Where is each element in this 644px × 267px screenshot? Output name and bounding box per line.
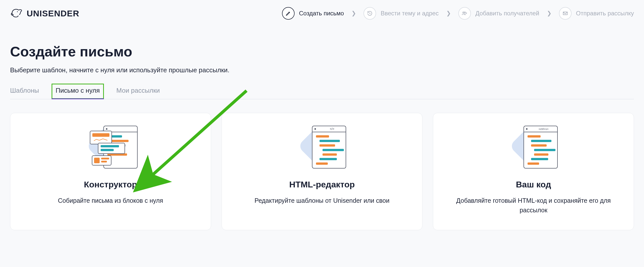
tab-templates[interactable]: Шаблоны — [10, 87, 39, 99]
tab-my-campaigns[interactable]: Мои рассылки — [116, 87, 160, 99]
step-add-recipients[interactable]: Добавить получателей — [458, 7, 539, 20]
chevron-right-icon: ❯ — [446, 10, 451, 17]
your-code-illustration: <ctrl+v> — [508, 123, 559, 171]
step-label: Ввести тему и адрес — [381, 10, 439, 17]
card-title: HTML-редактор — [289, 180, 355, 189]
step-label: Добавить получателей — [475, 10, 539, 17]
card-desc: Собирайте письма из блоков с нуля — [58, 196, 163, 206]
brand-logo[interactable]: UNISENDER — [10, 7, 79, 20]
pencil-icon — [282, 7, 295, 20]
header: UNISENDER Создать письмо ❯ Ввести тему и… — [0, 0, 644, 27]
history-icon — [364, 7, 376, 20]
card-grid: Конструктор Собирайте письма из блоков с… — [10, 113, 634, 230]
html-editor-illustration: </> — [297, 123, 347, 171]
card-html-editor[interactable]: </> HTML-редактор Редактируйте шаблоны о… — [222, 113, 423, 230]
step-subject-address[interactable]: Ввести тему и адрес — [364, 7, 439, 20]
svg-point-0 — [17, 11, 18, 12]
card-title: Конструктор — [84, 180, 137, 189]
code-tag-label: </> — [330, 127, 334, 131]
step-label: Отправить рассылку — [576, 10, 634, 17]
users-plus-icon — [458, 7, 471, 20]
page-subtitle: Выберите шаблон, начните с нуля или испо… — [10, 66, 634, 74]
tabs: Шаблоны Письмо с нуля Мои рассылки — [10, 87, 634, 99]
main: Создайте письмо Выберите шаблон, начните… — [0, 27, 644, 230]
step-label: Создать письмо — [299, 10, 344, 17]
stepper: Создать письмо ❯ Ввести тему и адрес ❯ Д… — [282, 7, 634, 20]
step-send-campaign[interactable]: Отправить рассылку — [559, 7, 634, 20]
step-create-letter[interactable]: Создать письмо — [282, 7, 344, 20]
svg-point-1 — [463, 12, 464, 13]
card-title: Ваш код — [516, 180, 551, 189]
dog-icon — [10, 7, 23, 20]
svg-point-2 — [464, 12, 465, 13]
card-desc: Редактируйте шаблоны от Unisender или св… — [255, 196, 389, 206]
card-constructor[interactable]: Конструктор Собирайте письма из блоков с… — [10, 113, 211, 230]
constructor-illustration — [85, 123, 136, 171]
ctrlv-label: <ctrl+v> — [539, 127, 548, 130]
card-desc: Добавляйте готовый HTML-код и сохраняйте… — [446, 196, 621, 215]
chevron-right-icon: ❯ — [351, 10, 356, 17]
brand-name: UNISENDER — [27, 9, 79, 18]
card-your-code[interactable]: <ctrl+v> Ваш код Добавляйте готовый HTML… — [433, 113, 634, 230]
page-title: Создайте письмо — [10, 43, 634, 60]
tab-from-scratch[interactable]: Письмо с нуля — [52, 84, 104, 99]
chevron-right-icon: ❯ — [547, 10, 551, 17]
envelope-icon — [559, 7, 572, 20]
